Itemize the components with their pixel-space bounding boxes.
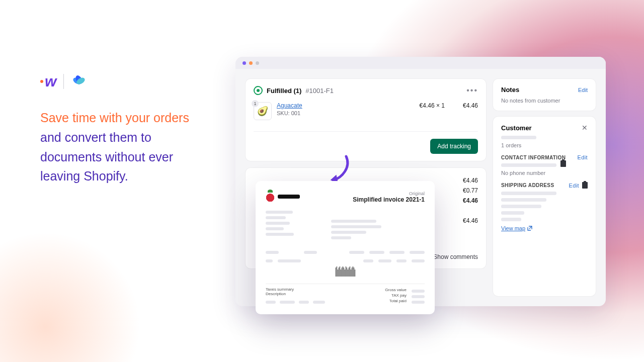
paid-label: Total paid xyxy=(385,298,407,304)
line-total: €4.46 xyxy=(463,102,478,109)
notes-title: Notes xyxy=(501,86,519,94)
barcode-icon xyxy=(336,266,355,277)
invoice-table-head xyxy=(266,248,425,254)
edit-link[interactable]: Edit xyxy=(569,183,579,189)
placeholder-line xyxy=(501,198,546,202)
fulfillment-status: Fulfilled (1) xyxy=(267,87,301,95)
edit-link[interactable]: Edit xyxy=(578,87,588,93)
placeholder-line xyxy=(501,163,556,167)
headline-highlight: Save time with your orders xyxy=(40,111,189,125)
window-chrome xyxy=(235,57,606,69)
line-item: 1 🥑 Aguacate SKU: 001 €4.46 × 1 €4.46 xyxy=(254,102,478,120)
clipboard-icon[interactable] xyxy=(560,160,566,167)
view-map-link[interactable]: View map xyxy=(501,225,532,231)
invoice-summary: Taxes summary Description Gross value TA… xyxy=(266,284,425,304)
orders-count: 1 orders xyxy=(501,142,588,148)
traffic-light-icon[interactable] xyxy=(249,61,253,65)
invoice-original-label: Original xyxy=(353,191,425,196)
flower-logo-icon xyxy=(72,74,86,88)
notes-empty: No notes from customer xyxy=(501,98,588,104)
fulfillment-card: Fulfilled (1) #1001-F1 ••• 1 🥑 Aguacate … xyxy=(246,79,486,161)
headline-rest: and convert them to documents without ev… xyxy=(40,130,173,184)
external-link-icon xyxy=(527,226,532,231)
more-icon[interactable]: ••• xyxy=(466,86,478,95)
show-comments-toggle[interactable]: Show comments xyxy=(433,253,478,260)
product-sku: SKU: 001 xyxy=(277,110,302,116)
taxes-summary-label: Taxes summary xyxy=(266,287,325,292)
total-value: €4.46 xyxy=(463,217,478,224)
product-thumb: 1 🥑 xyxy=(254,102,272,120)
promo-panel: w Save time with your orders and convert… xyxy=(40,73,211,186)
invoice-logo xyxy=(266,191,300,202)
traffic-light-icon[interactable] xyxy=(243,61,246,65)
logo-text-placeholder xyxy=(278,195,300,199)
unit-price: €4.46 × 1 xyxy=(420,102,445,109)
shipping-heading: SHIPPING ADDRESS xyxy=(501,183,554,188)
placeholder-line xyxy=(501,192,556,195)
barcode-area xyxy=(266,262,425,277)
stage: w Save time with your orders and convert… xyxy=(0,0,644,362)
fulfillment-header: Fulfilled (1) #1001-F1 ••• xyxy=(254,86,478,95)
w-logo: w xyxy=(40,73,55,90)
placeholder-line xyxy=(501,211,524,215)
clipboard-icon[interactable] xyxy=(582,182,588,189)
product-meta: Aguacate SKU: 001 xyxy=(277,102,302,116)
separator xyxy=(63,74,64,89)
invoice-preview: Original Simplified invoice 2021-1 xyxy=(256,181,435,314)
no-phone: No phone number xyxy=(501,170,588,176)
invoice-address-block xyxy=(266,208,425,239)
add-tracking-button[interactable]: Add tracking xyxy=(430,139,478,154)
dot-icon xyxy=(40,80,43,83)
product-link[interactable]: Aguacate xyxy=(277,102,302,109)
customer-card: Customer ✕ 1 orders CONTACT INFORMATION … xyxy=(493,117,596,296)
fulfillment-id: #1001-F1 xyxy=(305,87,334,95)
headline: Save time with your orders and convert t… xyxy=(40,108,211,186)
contact-heading: CONTACT INFORMATION xyxy=(501,155,566,160)
placeholder-line xyxy=(501,136,536,139)
view-map-label: View map xyxy=(501,225,525,231)
total-value: €4.46 xyxy=(463,197,478,204)
close-icon[interactable]: ✕ xyxy=(582,124,588,132)
side-column: Notes Edit No notes from customer Custom… xyxy=(493,79,596,296)
customer-title: Customer xyxy=(501,124,532,132)
traffic-light-icon[interactable] xyxy=(256,61,259,65)
tax-label: TAX pay xyxy=(385,293,407,298)
w-letter-icon: w xyxy=(45,73,55,90)
brand-logos: w xyxy=(40,73,211,90)
qty-badge: 1 xyxy=(252,100,259,107)
invoice-title: Simplified invoice 2021-1 xyxy=(353,196,425,203)
placeholder-line xyxy=(501,218,521,221)
placeholder-line xyxy=(501,205,541,208)
description-label: Description xyxy=(266,292,325,296)
check-circle-icon xyxy=(254,86,263,95)
line-prices: €4.46 × 1 €4.46 xyxy=(420,102,478,109)
button-row: Add tracking xyxy=(254,131,478,154)
gross-label: Gross value xyxy=(385,287,407,293)
strawberry-icon xyxy=(266,191,275,202)
total-value: €0.77 xyxy=(463,187,478,194)
total-value: €4.46 xyxy=(463,177,478,184)
totals-list: €4.46 €0.77 €4.46 €4.46 xyxy=(463,177,478,224)
notes-card: Notes Edit No notes from customer xyxy=(493,79,596,111)
edit-link[interactable]: Edit xyxy=(577,154,588,160)
invoice-table-row xyxy=(266,257,425,262)
